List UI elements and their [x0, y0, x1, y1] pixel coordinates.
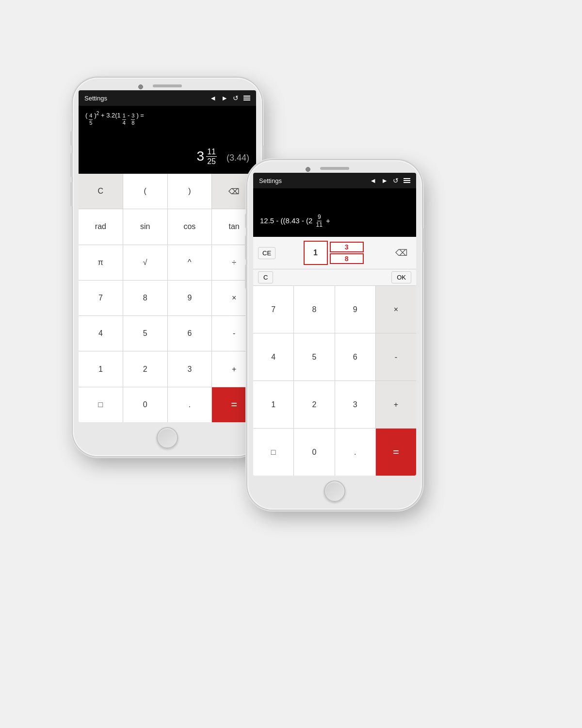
btn-power[interactable]: ^: [168, 245, 212, 280]
btn2-0[interactable]: 0: [294, 429, 335, 476]
volume-down-button: [70, 182, 73, 206]
btn2-2[interactable]: 2: [294, 381, 335, 428]
frac-inputs: 1 3 8: [304, 241, 364, 265]
menu-icon-2[interactable]: [404, 178, 410, 183]
btn-row-2-4: □ 0 . =: [253, 429, 416, 476]
display-1: ( 4 5 )2 + 3.2(1 1 4 - 3 8 ) =: [79, 106, 256, 174]
phone-2: Settings ◄ ► ↺ 12.5 - ((8.43 - (2: [247, 160, 422, 510]
result-whole-1: 3: [197, 149, 205, 164]
frac-whole-input[interactable]: 1: [304, 241, 328, 265]
nav-forward-2[interactable]: ►: [381, 177, 388, 184]
power-button-2: [422, 228, 424, 252]
btn-row-1-7: □ 0 . =: [79, 387, 256, 422]
speaker-2: [320, 167, 349, 170]
phone-1: Settings ◄ ► ↺ ( 4: [73, 78, 262, 456]
btn-1[interactable]: 1: [79, 351, 123, 386]
expr-frac-14: 1 4: [122, 113, 126, 126]
phone-top-2: [247, 160, 422, 173]
home-button-2[interactable]: [324, 480, 345, 502]
btn-9[interactable]: 9: [168, 281, 212, 315]
volume-down-button-2: [245, 265, 247, 289]
nav-forward-1[interactable]: ►: [221, 94, 228, 102]
btn-row-2-1: 7 8 9 ×: [253, 286, 416, 333]
btn2-8[interactable]: 8: [294, 286, 335, 333]
camera-2: [306, 167, 310, 172]
camera-1: [138, 84, 143, 89]
backspace-btn-2[interactable]: ⌫: [391, 246, 411, 260]
c-ok-row: C OK: [253, 269, 416, 286]
nav-back-1[interactable]: ◄: [210, 94, 216, 102]
screen-1: Settings ◄ ► ↺ ( 4: [79, 90, 256, 422]
btn-cos[interactable]: cos: [168, 209, 212, 244]
volume-up-button-2: [245, 235, 247, 260]
btn2-1[interactable]: 1: [253, 381, 294, 428]
btn-0[interactable]: 0: [123, 387, 168, 422]
frac-num-input[interactable]: 3: [330, 242, 364, 252]
btn-row-1-4: 7 8 9 ×: [79, 281, 256, 316]
btn-4[interactable]: 4: [79, 316, 123, 351]
expression-1: ( 4 5 )2 + 3.2(1 1 4 - 3 8 ) =: [85, 111, 249, 126]
btn-open-paren[interactable]: (: [123, 174, 168, 209]
btn2-subtract[interactable]: -: [376, 333, 416, 381]
result-1: 3 11 25 (3.44): [85, 147, 249, 169]
btn-row-1-5: 4 5 6 -: [79, 316, 256, 351]
mute-button-2: [245, 214, 247, 228]
btn2-5[interactable]: 5: [294, 333, 335, 381]
btn2-equals[interactable]: =: [376, 429, 416, 476]
topbar-right-2: ◄ ► ↺: [370, 177, 410, 184]
btn-row-2-2: 4 5 6 -: [253, 333, 416, 381]
btn2-4[interactable]: 4: [253, 333, 294, 381]
btn-row-2-3: 1 2 3 +: [253, 381, 416, 429]
settings-label-1[interactable]: Settings: [84, 95, 107, 102]
home-button-1[interactable]: [157, 427, 178, 448]
btn-pi[interactable]: π: [79, 245, 123, 280]
btn-5[interactable]: 5: [123, 316, 168, 351]
frac-den-input[interactable]: 8: [330, 253, 364, 264]
btn2-6[interactable]: 6: [335, 333, 376, 381]
btn-row-1-1: C ( ) ⌫: [79, 174, 256, 209]
btn-2[interactable]: 2: [123, 351, 168, 386]
phone-bottom-1: [73, 422, 262, 456]
settings-label-2[interactable]: Settings: [259, 177, 282, 184]
btn-sin[interactable]: sin: [123, 209, 168, 244]
btn2-7[interactable]: 7: [253, 286, 294, 333]
btn-clear[interactable]: C: [79, 174, 123, 209]
topbar-1: Settings ◄ ► ↺: [79, 90, 256, 106]
undo-icon-2[interactable]: ↺: [393, 177, 399, 184]
undo-icon-1[interactable]: ↺: [233, 94, 239, 102]
expression-2: 12.5 - ((8.43 - (2 9 11 +: [260, 214, 330, 229]
nav-back-2[interactable]: ◄: [370, 177, 376, 184]
menu-icon-1[interactable]: [243, 96, 250, 100]
btn2-multiply[interactable]: ×: [376, 286, 416, 333]
btn2-3[interactable]: 3: [335, 381, 376, 428]
topbar-left-1: Settings: [84, 95, 107, 102]
btn-8[interactable]: 8: [123, 281, 168, 315]
btn2-fraction[interactable]: □: [253, 429, 294, 476]
ok-button[interactable]: OK: [391, 271, 411, 283]
topbar-2: Settings ◄ ► ↺: [253, 173, 416, 188]
frac-stacked-input: 3 8: [330, 242, 364, 264]
result-decimal-1: (3.44): [226, 153, 249, 163]
volume-up-button: [70, 153, 73, 177]
btn2-decimal[interactable]: .: [335, 429, 376, 476]
btn-sqrt[interactable]: √: [123, 245, 168, 280]
btn-7[interactable]: 7: [79, 281, 123, 315]
btn-6[interactable]: 6: [168, 316, 212, 351]
ce-button[interactable]: CE: [258, 247, 275, 259]
expr-frac-45: 4 5: [89, 113, 93, 126]
btn2-9[interactable]: 9: [335, 286, 376, 333]
btn-rad[interactable]: rad: [79, 209, 123, 244]
btn-3[interactable]: 3: [168, 351, 212, 386]
btn-fraction[interactable]: □: [79, 387, 123, 422]
display-2: 12.5 - ((8.43 - (2 9 11 +: [253, 188, 416, 237]
c-button-2[interactable]: C: [258, 271, 273, 283]
btn-decimal[interactable]: .: [168, 387, 212, 422]
btn-close-paren[interactable]: ): [168, 174, 212, 209]
result-stacked-1: 11 25: [206, 147, 217, 166]
speaker-1: [153, 84, 182, 87]
buttons-2: 7 8 9 × 4 5 6 - 1 2 3 +: [253, 286, 416, 476]
btn2-add[interactable]: +: [376, 381, 416, 428]
buttons-1: C ( ) ⌫ rad sin cos tan π √ ^ ÷: [79, 174, 256, 422]
phone-bottom-2: [247, 476, 422, 510]
result-num-1: 11: [206, 147, 217, 157]
